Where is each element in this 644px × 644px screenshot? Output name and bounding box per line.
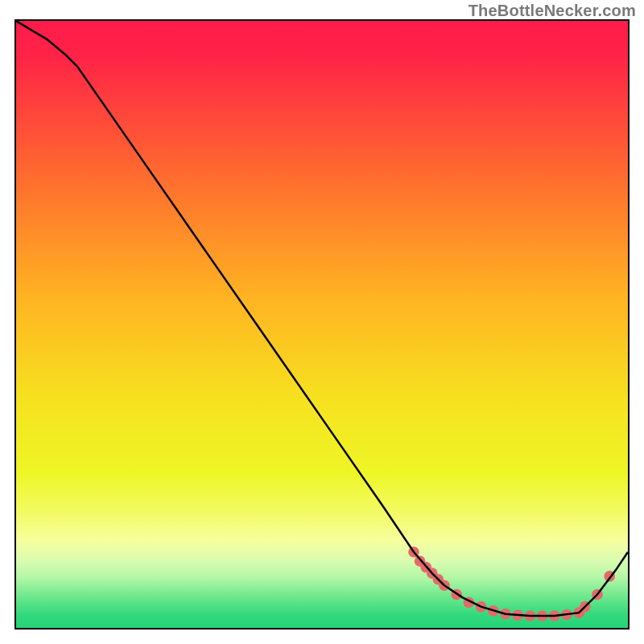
highlight-dots [408,547,615,621]
watermark-text: TheBottleNecker.com [469,2,636,20]
chart-svg [16,21,628,628]
plot-frame [14,19,630,630]
chart-stage: TheBottleNecker.com [0,0,644,644]
bottleneck-curve [16,21,628,616]
